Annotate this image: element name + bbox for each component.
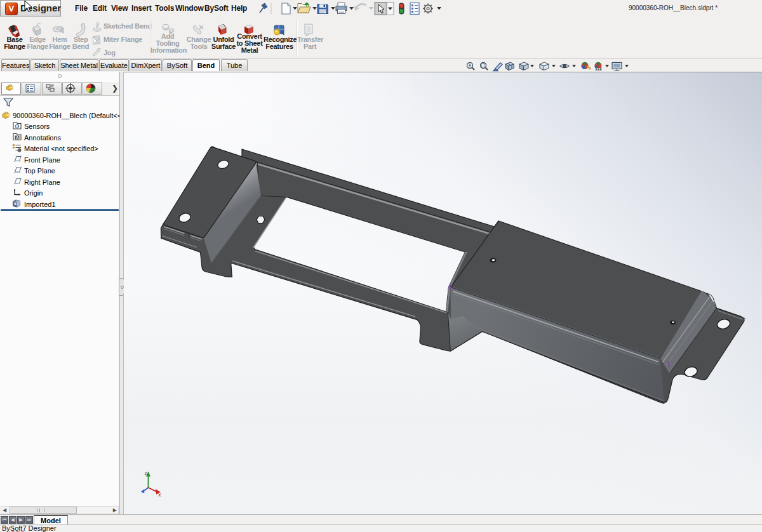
svg-text:A: A xyxy=(16,135,19,140)
svg-text:z: z xyxy=(145,470,147,476)
svg-text:x: x xyxy=(158,491,161,498)
